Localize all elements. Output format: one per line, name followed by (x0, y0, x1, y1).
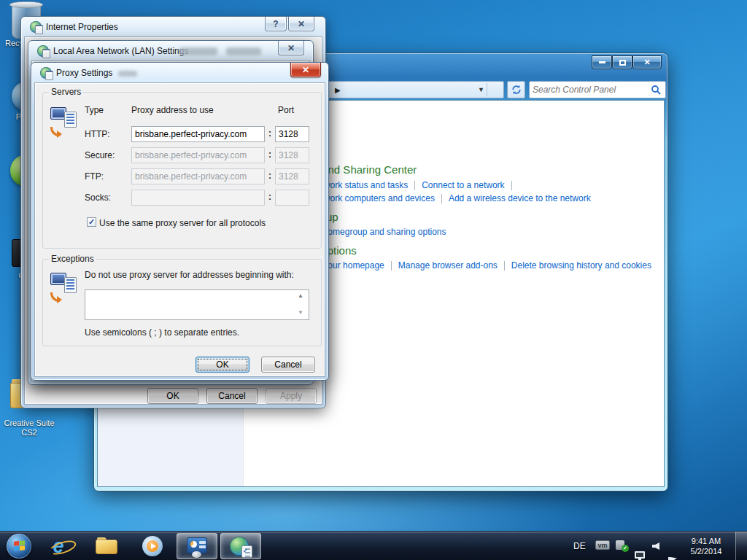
taskbar-control-panel-active[interactable] (177, 533, 217, 559)
cancel-button[interactable]: Cancel (261, 357, 315, 373)
divider (487, 83, 487, 96)
vmware-tray-icon[interactable]: vm (595, 540, 610, 550)
address-dropdown-icon[interactable]: ▼ (478, 86, 484, 93)
dialog-title: Internet Properties (46, 22, 118, 32)
show-desktop-button[interactable] (735, 532, 747, 560)
clock-time: 9:41 AM (684, 536, 728, 546)
close-icon: ✕ (298, 19, 305, 29)
language-indicator[interactable]: DE (573, 541, 586, 551)
same-proxy-checkbox[interactable]: ✓ (87, 217, 96, 227)
colon: : (268, 128, 271, 139)
taskbar-internet-explorer[interactable]: e (47, 534, 70, 558)
group-label: Exceptions (49, 254, 96, 264)
divider (391, 261, 392, 271)
blurred-text (118, 71, 137, 77)
internet-options-icon (40, 67, 52, 79)
taskbar-internet-properties-active[interactable]: ✓ (220, 533, 261, 559)
desktop-icon-label: Creative Suite (3, 419, 55, 428)
spinner-up-icon[interactable]: ▲ (298, 292, 303, 299)
close-button[interactable]: ✕ (290, 63, 321, 77)
windows-logo-icon (14, 540, 25, 551)
check-badge-icon: ✓ (622, 545, 629, 552)
taskbar-windows-explorer[interactable] (95, 534, 118, 558)
secure-port-input (275, 147, 309, 163)
cancel-button[interactable]: Cancel (206, 388, 258, 404)
divider (441, 194, 442, 203)
internet-explorer-icon: e (53, 535, 63, 558)
close-button[interactable]: ✕ (632, 55, 662, 69)
refresh-icon (511, 85, 522, 95)
refresh-button[interactable] (507, 81, 525, 98)
divider (504, 261, 505, 271)
internet-properties-icon: ✓ (230, 537, 249, 556)
manage-addons-link[interactable]: Manage browser add-ons (398, 260, 498, 271)
ftp-port-input (275, 168, 309, 184)
same-proxy-checkbox-label[interactable]: Use the same proxy server for all protoc… (99, 218, 266, 228)
socks-port-input (275, 190, 309, 206)
volume-tray-icon[interactable] (652, 542, 659, 550)
link-row: View network computers and devices Add a… (290, 193, 591, 203)
taskbar-media-player[interactable] (141, 534, 164, 558)
breadcrumb-arrow-icon: ▶ (335, 86, 341, 94)
search-input[interactable] (533, 82, 648, 97)
help-icon: ? (273, 19, 278, 29)
dialog-title: Local Area Network (LAN) Settings (53, 46, 188, 56)
desktop: Recycle Bin PP_C Op M Ope Creative Suite… (0, 0, 747, 560)
colon: : (268, 171, 271, 181)
minimize-button[interactable] (592, 55, 612, 69)
maximize-button[interactable] (612, 55, 632, 69)
control-panel-icon (187, 537, 207, 553)
ok-button[interactable]: OK (147, 388, 198, 404)
exceptions-group: Exceptions Do not use proxy server for a… (42, 259, 322, 346)
servers-group: Servers Type Proxy address to use Port H… (42, 92, 322, 249)
close-button[interactable]: ✕ (288, 17, 314, 31)
titlebar[interactable]: Local Area Network (LAN) Settings (31, 41, 310, 61)
exceptions-textarea[interactable] (85, 289, 309, 320)
network-tray-icon[interactable] (635, 551, 645, 559)
spinner-down-icon[interactable]: ▼ (298, 309, 303, 316)
delete-history-link[interactable]: Delete browsing history and cookies (511, 260, 651, 271)
secure-label: Secure: (85, 150, 115, 160)
close-icon: ✕ (643, 58, 650, 67)
link-row: Change your homepage Manage browser add-… (290, 260, 651, 271)
ftp-address-input (131, 168, 265, 184)
http-port-input[interactable] (275, 126, 309, 142)
taskbar: e ✓ DE vm ✓ x 9: (0, 531, 747, 560)
http-address-input[interactable] (131, 126, 265, 142)
column-header-address: Proxy address to use (131, 105, 214, 115)
add-wireless-device-link[interactable]: Add a wireless device to the network (449, 193, 591, 203)
taskbar-clock[interactable]: 9:41 AM 5/2/2014 (684, 536, 728, 556)
connect-to-network-link[interactable]: Connect to a network (422, 180, 504, 190)
close-icon: ✕ (302, 65, 309, 75)
search-icon (651, 85, 662, 96)
internet-options-icon (37, 45, 49, 57)
apply-button: Apply (266, 388, 317, 404)
folder-icon (96, 537, 117, 555)
start-button[interactable] (7, 534, 31, 559)
secure-address-input (131, 147, 265, 163)
internet-options-icon (30, 21, 42, 33)
colon: : (268, 192, 271, 202)
group-label: Servers (49, 87, 83, 97)
column-header-type: Type (85, 105, 104, 115)
titlebar[interactable]: Proxy Settings (34, 63, 325, 82)
column-header-port: Port (278, 105, 294, 115)
action-center-tray-icon[interactable]: x (668, 557, 670, 560)
colon: : (268, 149, 271, 160)
checkmark-icon: ✓ (88, 217, 95, 227)
exceptions-instruction: Do not use proxy server for addresses be… (85, 270, 294, 280)
close-icon: ✕ (287, 43, 295, 53)
desktop-icon-label: CS2 (3, 428, 55, 438)
close-button[interactable]: ✕ (278, 41, 304, 55)
exceptions-note: Use semicolons ( ; ) to separate entries… (85, 327, 239, 338)
dialog-title: Proxy Settings (56, 68, 112, 78)
usb-device-tray-icon[interactable]: ✓ (616, 540, 624, 550)
help-button[interactable]: ? (265, 17, 287, 31)
ftp-label: FTP: (85, 171, 104, 182)
search-box (529, 81, 666, 98)
proxy-server-icon (50, 107, 78, 138)
http-label: HTTP: (85, 129, 110, 139)
blurred-text (179, 47, 217, 55)
socks-label: Socks: (85, 192, 111, 203)
ok-button[interactable]: OK (196, 357, 249, 373)
